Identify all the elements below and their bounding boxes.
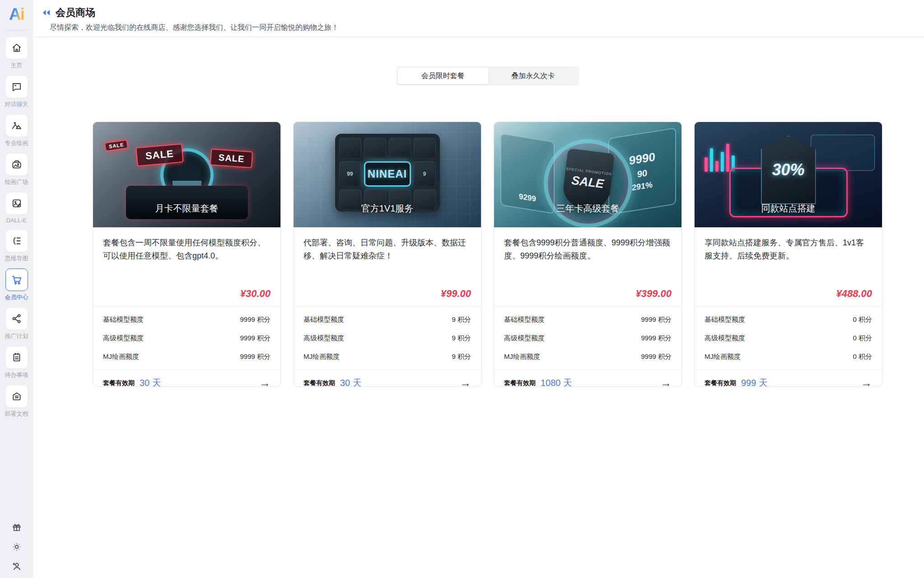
todo-icon bbox=[5, 346, 28, 369]
arrow-right-icon[interactable]: → bbox=[660, 377, 672, 387]
collapse-sidebar-icon[interactable] bbox=[42, 8, 51, 17]
sidebar-item-label: 对话聊天 bbox=[5, 100, 28, 108]
brand-plate: NINEAI bbox=[364, 161, 411, 187]
spec-label: 高级模型额度 bbox=[504, 334, 545, 343]
stat-value: 9990 bbox=[629, 150, 655, 168]
page-subtitle: 尽情探索，欢迎光临我们的在线商店、感谢您选择我们、让我们一同开启愉悦的购物之旅！ bbox=[50, 23, 924, 33]
tab-permanent-cards[interactable]: 叠加永久次卡 bbox=[488, 68, 579, 84]
keypad: 99 NINEAI 9 bbox=[335, 134, 440, 211]
sidebar-item-referral[interactable]: 推广计划 bbox=[5, 307, 28, 340]
sidebar: Ai 主页 对话聊天 专业绘画 bbox=[0, 0, 33, 578]
spec-row: 基础模型额度 9999 积分 bbox=[103, 310, 271, 329]
plan-image-title: 官方1V1服务 bbox=[294, 202, 481, 215]
sidebar-divider bbox=[5, 30, 28, 30]
validity-value: 1080 天 bbox=[541, 377, 572, 387]
spec-label: 基础模型额度 bbox=[504, 315, 545, 324]
spec-label: MJ绘画额度 bbox=[705, 352, 741, 361]
sidebar-bottom bbox=[11, 522, 22, 572]
plan-footer: 套餐有效期 30 天 → bbox=[294, 370, 481, 387]
plan-image: SALE SALE SALE 月卡不限量套餐 bbox=[93, 122, 280, 227]
shield-sale-text: SALE bbox=[570, 174, 604, 192]
sidebar-item-label: 待办事项 bbox=[5, 371, 28, 379]
spec-value: 9999 积分 bbox=[240, 352, 271, 361]
spec-row: 基础模型额度 9999 积分 bbox=[504, 310, 672, 329]
spec-row: 基础模型额度 9 积分 bbox=[303, 310, 471, 329]
spec-value: 9 积分 bbox=[452, 334, 471, 343]
plan-footer: 套餐有效期 999 天 → bbox=[695, 370, 882, 387]
stat-value: 291% bbox=[632, 180, 653, 193]
validity-label: 套餐有效期 bbox=[303, 379, 335, 387]
theme-icon[interactable] bbox=[11, 541, 22, 552]
sidebar-item-pro-drawing[interactable]: 专业绘画 bbox=[5, 114, 28, 147]
gallery-icon bbox=[5, 153, 28, 176]
dalle-icon bbox=[5, 192, 28, 215]
spec-value: 9 积分 bbox=[452, 315, 471, 324]
sidebar-item-chat[interactable]: 对话聊天 bbox=[5, 75, 28, 108]
plan-card-3year[interactable]: 9299 9990 90 291% SPECIAL PROMOTION SALE… bbox=[494, 122, 682, 387]
arrow-right-icon[interactable]: → bbox=[861, 377, 872, 387]
sidebar-item-home[interactable]: 主页 bbox=[5, 37, 28, 70]
plan-image: 30% 同款站点搭建 bbox=[695, 122, 882, 227]
spec-row: MJ绘画额度 9999 积分 bbox=[504, 348, 672, 366]
arrow-right-icon[interactable]: → bbox=[460, 377, 471, 387]
spec-label: 基础模型额度 bbox=[103, 315, 144, 324]
spec-row: MJ绘画额度 9999 积分 bbox=[103, 348, 271, 366]
add-user-icon[interactable] bbox=[11, 561, 22, 572]
stat-value: 90 bbox=[637, 168, 647, 180]
neon-bar-chart bbox=[705, 140, 735, 172]
plan-specs: 基础模型额度 9999 积分 高级模型额度 9999 积分 MJ绘画额度 999… bbox=[494, 306, 681, 370]
sale-badge: SALE bbox=[135, 144, 183, 167]
plan-description: 享同款站点搭建服务、专属官方售后、1v1客服支持、后续免费更新。 bbox=[705, 236, 872, 288]
validity-value: 30 天 bbox=[140, 377, 161, 387]
sidebar-item-mindmap[interactable]: 思维导图 bbox=[5, 230, 28, 263]
spec-value: 0 积分 bbox=[853, 334, 872, 343]
sidebar-nav: 主页 对话聊天 专业绘画 绘画广场 bbox=[5, 37, 28, 424]
spec-label: 高级模型额度 bbox=[103, 334, 144, 343]
holo-panel bbox=[811, 135, 875, 171]
spec-label: 基础模型额度 bbox=[303, 315, 344, 324]
spec-label: MJ绘画额度 bbox=[103, 352, 139, 361]
plan-price: ¥399.00 bbox=[494, 288, 681, 306]
tab-limited-plans[interactable]: 会员限时套餐 bbox=[398, 68, 488, 84]
gift-icon[interactable] bbox=[11, 522, 22, 533]
plan-description: 代部署、咨询、日常问题、升级版本、数据迁移、解决日常疑难杂症！ bbox=[303, 236, 471, 288]
spec-value: 9999 积分 bbox=[641, 352, 672, 361]
drawing-icon bbox=[5, 114, 28, 137]
page-title: 会员商场 bbox=[56, 6, 95, 19]
sale-badge: SALE bbox=[210, 149, 253, 168]
sidebar-item-label: 主页 bbox=[11, 61, 23, 70]
spec-label: 基础模型额度 bbox=[705, 315, 745, 324]
plan-card-monthly[interactable]: SALE SALE SALE 月卡不限量套餐 套餐包含一周不限量使用任何模型额度… bbox=[93, 122, 281, 387]
sidebar-item-label: DALL-E bbox=[6, 217, 27, 224]
spec-row: 基础模型额度 0 积分 bbox=[705, 310, 872, 329]
sidebar-item-member-center[interactable]: 会员中心 bbox=[5, 268, 28, 301]
app-logo: Ai bbox=[9, 5, 24, 24]
key-99: 99 bbox=[339, 161, 361, 187]
chat-icon bbox=[5, 75, 28, 98]
spec-row: 高级模型额度 9999 积分 bbox=[504, 329, 672, 348]
spec-value: 9 积分 bbox=[452, 352, 471, 361]
spec-row: MJ绘画额度 0 积分 bbox=[705, 348, 872, 366]
key-9: 9 bbox=[414, 161, 436, 187]
plan-image-title: 同款站点搭建 bbox=[695, 202, 882, 215]
sidebar-item-todo[interactable]: 待办事项 bbox=[5, 346, 28, 379]
plan-price: ¥30.00 bbox=[93, 288, 280, 306]
plan-card-site-build[interactable]: 30% 同款站点搭建 享同款站点搭建服务、专属官方售后、1v1客服支持、后续免费… bbox=[694, 122, 882, 387]
plan-card-list: SALE SALE SALE 月卡不限量套餐 套餐包含一周不限量使用任何模型额度… bbox=[93, 122, 882, 387]
plan-footer: 套餐有效期 1080 天 → bbox=[494, 370, 681, 387]
spec-row: 高级模型额度 9999 积分 bbox=[103, 329, 271, 348]
spec-label: MJ绘画额度 bbox=[504, 352, 540, 361]
sidebar-item-deploy-docs[interactable]: 部署文档 bbox=[5, 385, 28, 418]
plan-specs: 基础模型额度 9 积分 高级模型额度 9 积分 MJ绘画额度 9 积分 bbox=[294, 306, 481, 370]
main-content: 会员限时套餐 叠加永久次卡 SALE SALE SALE 月卡不限量套餐 套餐包… bbox=[33, 38, 924, 578]
validity-value: 999 天 bbox=[741, 377, 768, 387]
sidebar-item-dalle[interactable]: DALL-E bbox=[5, 192, 28, 224]
spec-row: MJ绘画额度 9 积分 bbox=[303, 348, 471, 366]
plan-image: 9299 9990 90 291% SPECIAL PROMOTION SALE… bbox=[494, 122, 681, 227]
plan-specs: 基础模型额度 9999 积分 高级模型额度 9999 积分 MJ绘画额度 999… bbox=[93, 306, 280, 370]
cart-icon bbox=[5, 268, 28, 291]
sidebar-item-gallery[interactable]: 绘画广场 bbox=[5, 153, 28, 186]
plan-card-1v1-service[interactable]: 99 NINEAI 9 官方1V1服务 代部署、咨询、日常问题、升级版本、数据迁… bbox=[293, 122, 481, 387]
plan-image-title: 三年卡高级套餐 bbox=[494, 202, 681, 215]
arrow-right-icon[interactable]: → bbox=[259, 377, 271, 387]
